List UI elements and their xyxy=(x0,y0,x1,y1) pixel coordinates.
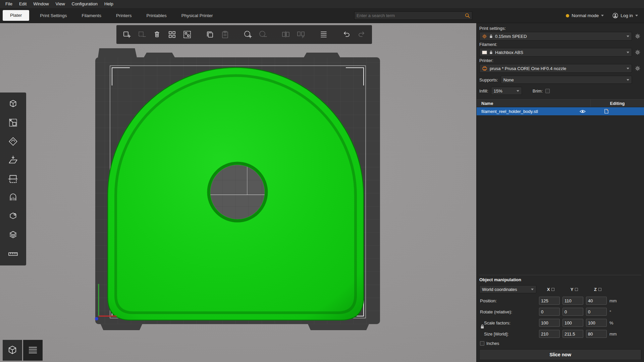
axis-y-icon[interactable] xyxy=(575,288,578,291)
move-tool-icon xyxy=(8,99,18,109)
chevron-down-icon xyxy=(627,52,629,53)
split-objects-button[interactable] xyxy=(280,29,291,40)
edit-document-icon xyxy=(604,109,608,114)
scene-canvas xyxy=(0,23,476,362)
mode-selector[interactable]: Normal mode xyxy=(566,13,604,18)
position-y-input[interactable] xyxy=(562,297,583,305)
tab-filaments[interactable]: Filaments xyxy=(74,8,109,23)
tab-plater[interactable]: Plater xyxy=(3,10,29,21)
position-row: Position: mm xyxy=(479,297,641,305)
rotate-tool-button[interactable] xyxy=(8,136,18,147)
tab-printables[interactable]: Printables xyxy=(139,8,174,23)
cut-tool-icon xyxy=(8,174,18,184)
rotate-y-input[interactable] xyxy=(562,308,583,316)
menu-bar: File Edit Window View Configuration Help xyxy=(0,0,644,8)
delete-object-button[interactable] xyxy=(136,29,148,40)
layer-height-icon xyxy=(319,30,328,39)
menu-view[interactable]: View xyxy=(52,0,68,8)
printer-gear-button[interactable] xyxy=(634,65,641,72)
brim-checkbox[interactable] xyxy=(545,89,550,93)
object-list-row[interactable]: filament_reel_holder_body.stl xyxy=(477,107,644,115)
tab-printers[interactable]: Printers xyxy=(109,8,139,23)
chevron-down-icon xyxy=(531,289,534,290)
size-x-input[interactable] xyxy=(539,330,560,338)
origin-z-dot xyxy=(95,317,98,320)
split-parts-button[interactable]: P xyxy=(295,29,307,40)
search-input[interactable] xyxy=(357,13,465,18)
arrange-button[interactable] xyxy=(166,29,178,40)
search-icon[interactable] xyxy=(465,13,470,18)
arrange-bed-button[interactable] xyxy=(181,29,193,40)
scale-tool-button[interactable] xyxy=(8,117,18,128)
scale-z-input[interactable] xyxy=(586,319,607,327)
variable-layer-height-button[interactable] xyxy=(318,29,329,40)
object-manipulation-title: Object manipulation xyxy=(479,277,641,282)
copy-icon xyxy=(206,30,214,39)
rotate-x-input[interactable] xyxy=(539,308,560,316)
preview-view-button[interactable] xyxy=(23,340,43,361)
editing-state-button[interactable] xyxy=(604,109,608,114)
position-label: Position: xyxy=(479,298,539,303)
scale-y-input[interactable] xyxy=(562,319,583,327)
menu-window[interactable]: Window xyxy=(30,0,52,8)
paste-button[interactable] xyxy=(219,29,231,40)
paint-support-tool-button[interactable] xyxy=(8,192,18,203)
rotate-unit: ° xyxy=(609,309,611,314)
supports-combo[interactable]: None xyxy=(501,76,632,84)
scale-x-input[interactable] xyxy=(539,319,560,327)
place-on-face-tool-button[interactable] xyxy=(8,155,18,166)
inches-checkbox[interactable] xyxy=(480,341,484,346)
move-tool-button[interactable] xyxy=(8,99,18,109)
rotate-row: Rotate (relative): ° xyxy=(479,308,641,316)
mmu-paint-tool-button[interactable] xyxy=(8,230,18,241)
printer-icon xyxy=(482,66,487,71)
size-y-input[interactable] xyxy=(562,330,583,338)
menu-file[interactable]: File xyxy=(2,0,16,8)
viewport-3d[interactable]: P xyxy=(0,23,476,362)
filament-combo[interactable]: Hatchbox ABS xyxy=(479,48,632,57)
infill-combo[interactable]: 15% xyxy=(491,87,522,95)
printer-combo[interactable]: prusa * Prusa CORE One HF0.4 nozzle xyxy=(479,64,632,73)
print-settings-combo[interactable]: 0.15mm SPEED xyxy=(479,32,632,41)
seam-tool-button[interactable] xyxy=(8,211,18,222)
measure-tool-button[interactable] xyxy=(8,249,18,259)
topbar-right: Normal mode Log in xyxy=(566,8,638,23)
menu-help[interactable]: Help xyxy=(101,0,117,8)
filament-gear-button[interactable] xyxy=(634,49,641,56)
delete-all-button[interactable] xyxy=(151,29,163,40)
slice-now-button[interactable]: Slice now xyxy=(479,349,641,360)
add-object-button[interactable] xyxy=(121,29,132,40)
object-name: filament_reel_holder_body.stl xyxy=(481,109,538,114)
redo-button[interactable] xyxy=(356,29,367,40)
size-z-input[interactable] xyxy=(586,330,607,338)
axis-z-icon[interactable] xyxy=(598,288,601,291)
inches-row: Inches xyxy=(480,341,641,346)
split-objects-icon xyxy=(281,30,290,39)
rotate-tool-icon xyxy=(8,136,18,147)
seam-tool-icon xyxy=(8,211,18,222)
copy-button[interactable] xyxy=(204,29,216,40)
position-z-input[interactable] xyxy=(586,297,607,305)
axis-x-header: X xyxy=(539,287,562,292)
add-instance-button[interactable] xyxy=(242,29,254,40)
visibility-eye-button[interactable] xyxy=(580,110,586,113)
position-x-input[interactable] xyxy=(539,297,560,305)
uniform-scale-lock-button[interactable] xyxy=(480,324,484,330)
infill-label: Infill: xyxy=(479,88,488,94)
tab-print-settings[interactable]: Print Settings xyxy=(33,8,74,23)
inches-label: Inches xyxy=(486,341,499,346)
login-button[interactable]: Log in xyxy=(612,13,638,18)
editing-column-header: Editing xyxy=(590,100,644,107)
remove-instance-button[interactable] xyxy=(257,29,269,40)
coordinates-combo[interactable]: World coordinates xyxy=(479,285,536,293)
measure-tool-icon xyxy=(8,249,18,259)
menu-configuration[interactable]: Configuration xyxy=(68,0,101,8)
undo-button[interactable] xyxy=(341,29,352,40)
print-settings-gear-button[interactable] xyxy=(634,33,641,40)
menu-edit[interactable]: Edit xyxy=(16,0,30,8)
cut-tool-button[interactable] xyxy=(8,174,18,184)
editor-view-button[interactable] xyxy=(3,340,22,361)
axis-x-icon[interactable] xyxy=(551,288,554,291)
rotate-z-input[interactable] xyxy=(586,308,607,316)
tab-physical-printer[interactable]: Physical Printer xyxy=(174,8,220,23)
